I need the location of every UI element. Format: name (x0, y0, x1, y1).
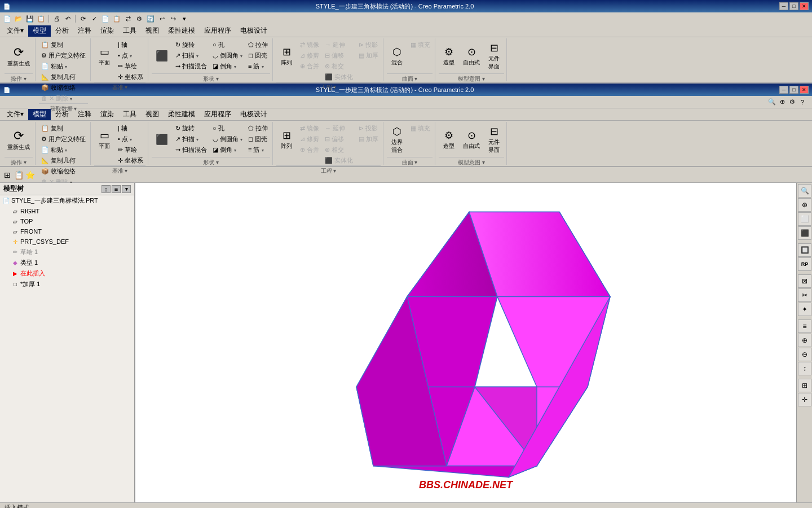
menu-render-1[interactable]: 渲染 (96, 25, 118, 37)
menu-app-1[interactable]: 应用程序 (200, 25, 236, 37)
r2-offset-btn[interactable]: ⊟偏移 (323, 134, 355, 144)
r2-copy-geom-btn[interactable]: 📐复制几何 (39, 155, 88, 165)
menu-annotation-1[interactable]: 注释 (73, 25, 96, 37)
sketch-btn[interactable]: ✏草绘 (116, 61, 145, 71)
extrude-btn[interactable]: ⬛ (152, 40, 172, 73)
r2-round-btn[interactable]: ◡倒圆角 ▾ (210, 134, 245, 144)
minimize-btn-2[interactable]: ─ (779, 86, 788, 94)
r2-paste-btn[interactable]: 📄粘贴 ▾ (39, 144, 88, 155)
rt-move-btn[interactable]: ↕ (798, 362, 811, 375)
r2-hole-btn[interactable]: ○孔 (210, 123, 245, 133)
new-btn[interactable]: 📄 (2, 14, 12, 24)
settings-btn[interactable]: ⚙ (134, 14, 144, 24)
rt-appearance-btn[interactable]: ✦ (798, 303, 811, 316)
thicken-btn[interactable]: ▤加厚 (356, 50, 381, 60)
tree-sketch-item[interactable]: ✏ 草绘 1 (0, 247, 134, 257)
rt-wireframe-btn[interactable]: 🔲 (798, 243, 811, 257)
r2-element-btn[interactable]: ⊟ 元件界面 (484, 123, 504, 157)
r2-array-btn[interactable]: ⊞ 阵列 (276, 123, 297, 157)
blend-btn[interactable]: ⇝扫描混合 (173, 61, 209, 71)
r2-point-btn[interactable]: •点 ▾ (116, 134, 145, 144)
r2-freeform-btn[interactable]: ⊙ 自由式 (460, 123, 483, 157)
r2-merge-btn[interactable]: ⊕合并 (298, 144, 321, 155)
chamfer-btn[interactable]: ◪倒角 ▾ (210, 61, 245, 71)
regen-btn[interactable]: ⟳ (78, 14, 88, 24)
open-btn[interactable]: 📂 (14, 14, 24, 24)
r2-project-btn[interactable]: ⊳投影 (356, 123, 381, 133)
model-check-btn[interactable]: ✓ (89, 14, 99, 24)
element-btn[interactable]: ⊟ 元件界面 (484, 40, 504, 73)
save-btn[interactable]: 💾 (25, 14, 35, 24)
r2-copy-btn[interactable]: 📋复制 (39, 123, 88, 133)
search2-btn[interactable]: ⊕ (777, 97, 787, 107)
help-btn[interactable]: ? (797, 97, 807, 107)
r2-sketch-btn[interactable]: ✏草绘 (116, 144, 145, 155)
draft-btn[interactable]: ⬠拉伸 (246, 40, 270, 50)
r2-csys-btn[interactable]: ✛坐标系 (116, 155, 145, 165)
r2-intersect-btn[interactable]: ⊗相交 (323, 144, 355, 155)
menu-tools-2[interactable]: 工具 (118, 109, 141, 120)
r2-user-feature-btn[interactable]: ⚙用户定义特征 (39, 134, 88, 144)
rt-remove-btn[interactable]: ⊖ (798, 348, 811, 361)
save-copy-btn[interactable]: 📋 (36, 14, 46, 24)
menu-tools-1[interactable]: 工具 (118, 25, 141, 37)
print-btn[interactable]: 🖨 (51, 14, 61, 24)
dropdown-btn[interactable]: ▾ (179, 14, 189, 24)
rt-zoom-in-btn[interactable]: ⊕ (798, 198, 811, 212)
tree-filter-btn[interactable]: ≡ (112, 185, 121, 193)
menu-analysis-2[interactable]: 分析 (51, 109, 73, 120)
fill-btn[interactable]: ▦填充 (408, 40, 433, 50)
tree-top-item[interactable]: ▱ TOP (0, 216, 134, 226)
menu-flexible-1[interactable]: 柔性建模 (164, 25, 200, 37)
r2-solidify-btn[interactable]: ⬛实体化 (323, 155, 355, 165)
copy-geom-btn[interactable]: 📐复制几何 (39, 72, 88, 82)
rt-shade-btn[interactable]: ⬛ (798, 226, 811, 240)
tree-root-item[interactable]: 📄 STYLE_一步建三角标模法.PRT (0, 195, 134, 206)
delete-btn[interactable]: 🗑✕ 删除 ▾ (39, 93, 88, 103)
r2-mirror-btn[interactable]: ⇄镜像 (298, 123, 321, 133)
freeform-btn[interactable]: ⚙ 造型 (439, 40, 459, 73)
r2-extrude-btn[interactable]: ⬛ (152, 123, 172, 157)
menu-annotation-2[interactable]: 注释 (73, 109, 96, 120)
r2-rotate-btn[interactable]: ↻旋转 (173, 123, 209, 133)
menu-view-2[interactable]: 视图 (141, 109, 164, 120)
round-btn[interactable]: ◡倒圆角 ▾ (210, 50, 245, 60)
rt-rp-btn[interactable]: RP (798, 257, 811, 271)
boundary-blend-btn[interactable]: ⬡ 混合 (387, 40, 407, 73)
point-btn[interactable]: •点 ▾ (116, 50, 145, 60)
restore-btn-2[interactable]: □ (789, 86, 798, 94)
panel-icon-3[interactable]: ⭐ (25, 170, 35, 180)
tree-dropdown-btn[interactable]: ▾ (122, 185, 131, 193)
title-controls-1[interactable]: ─ □ ✕ (779, 2, 809, 10)
tree-style-item[interactable]: ◆ 类型 1 (0, 257, 134, 268)
tree-insert-item[interactable]: ▶ 在此插入 (0, 268, 134, 279)
tree-sort-btn[interactable]: ↕ (102, 185, 111, 193)
r2-thicken-btn[interactable]: ▤加厚 (356, 134, 381, 144)
r2-modify-btn[interactable]: ⊿修剪 (298, 134, 321, 144)
menu-view-1[interactable]: 视图 (141, 25, 164, 37)
solidify-btn[interactable]: ⬛实体化 (323, 72, 355, 82)
rt-tile-btn[interactable]: ⊞ (798, 379, 811, 392)
rotate-btn[interactable]: 🔄 (145, 14, 156, 24)
extend-btn[interactable]: →延伸 (323, 40, 355, 50)
r2-shrinkwrap-btn[interactable]: 📦收缩包络 (39, 166, 88, 176)
project-btn[interactable]: ⊳投影 (356, 40, 381, 50)
close-btn-2[interactable]: ✕ (800, 86, 809, 94)
r2-style-btn[interactable]: ⚙ 造型 (439, 123, 459, 157)
paste-btn[interactable]: 📋 (112, 14, 122, 24)
menu-render-2[interactable]: 渲染 (96, 109, 118, 120)
tree-csys-item[interactable]: ✛ PRT_CSYS_DEF (0, 237, 134, 247)
array-btn[interactable]: ⊞ 阵列 (276, 40, 297, 73)
r2-sweep-btn[interactable]: ↗扫描 ▾ (173, 134, 209, 144)
viewport[interactable]: BBS.CHINADE.NET (135, 183, 796, 502)
menu-app-2[interactable]: 应用程序 (200, 109, 236, 120)
redo-btn[interactable]: ↪ (168, 14, 178, 24)
offset-btn[interactable]: ⊟偏移 (323, 50, 355, 60)
rt-section-btn[interactable]: ⊠ (798, 274, 811, 288)
tree-right-item[interactable]: ▱ RIGHT (0, 206, 134, 216)
mirror-btn[interactable]: ⇄ (123, 14, 133, 24)
search-btn[interactable]: 🔍 (767, 97, 777, 107)
rt-add-btn[interactable]: ⊕ (798, 334, 811, 347)
modify-btn[interactable]: ⊿修剪 (298, 50, 321, 60)
menu-flexible-2[interactable]: 柔性建模 (164, 109, 200, 120)
